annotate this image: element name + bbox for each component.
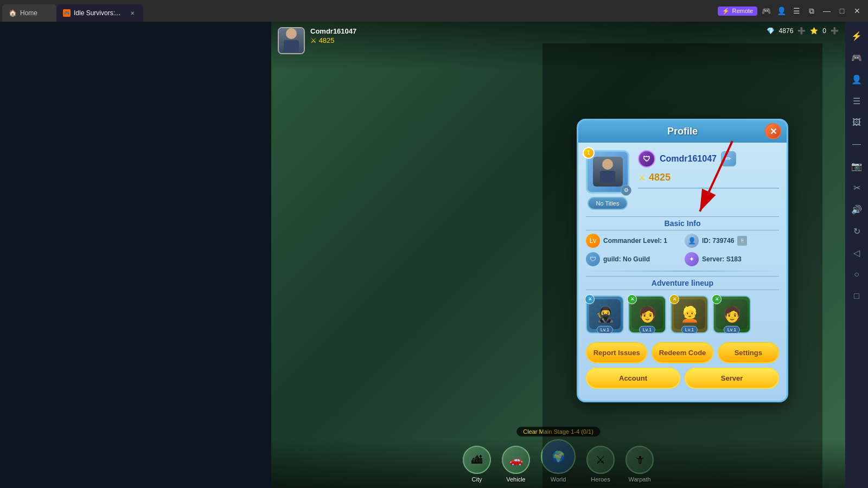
avatar-level-badge: 1 — [583, 147, 595, 159]
modal-close-button[interactable]: ✕ — [765, 123, 781, 139]
browser-controls: ⚡ Remote 🎮 👤 ☰ ⧉ — □ ✕ — [718, 4, 868, 17]
city-icon: 🏙 — [463, 446, 491, 474]
server-icon: ✦ — [685, 252, 699, 266]
power-row: ⚔ 4825 — [638, 172, 779, 189]
nav-item-city[interactable]: 🏙 City — [463, 446, 491, 483]
no-titles-button[interactable]: No Titles — [588, 197, 628, 210]
sidebar-volume-icon[interactable]: 🔊 — [847, 200, 866, 219]
add-currency2-btn[interactable]: ➕ — [831, 27, 839, 35]
redeem-code-button[interactable]: Redeem Code — [652, 342, 713, 363]
player-info-header: Comdr161047 ⚔ 4825 — [310, 27, 356, 44]
hero2-type-badge: ⚔ — [627, 294, 637, 304]
action-buttons-row-1: Report Issues Redeem Code Settings — [586, 342, 779, 363]
level-icon: Lv — [586, 234, 600, 248]
avatar-frame: 1 ⚙ — [586, 150, 629, 194]
hero4-type-badge: ⚔ — [712, 294, 722, 304]
hero3-level: Lv.1 — [681, 326, 698, 333]
gamepad-icon-btn[interactable]: 🎮 — [760, 4, 773, 17]
sidebar-rotate-icon[interactable]: ↻ — [847, 221, 866, 241]
sidebar-gamepad-icon[interactable]: 🎮 — [847, 48, 866, 67]
adventure-header: Adventure lineup — [586, 276, 779, 290]
game-area: Comdr161047 ⚔ 4825 💎 4876 ➕ ⭐ 0 ➕ Clear … — [271, 22, 845, 488]
user-icon-btn[interactable]: 👤 — [775, 4, 788, 17]
home-favicon: 🏠 — [9, 9, 17, 17]
avatar-settings-icon[interactable]: ⚙ — [621, 185, 631, 196]
header-power-value: 4825 — [319, 36, 335, 44]
info-id: 👤 ID: 739746 ⎘ — [685, 234, 779, 248]
modal-overlay: Profile ✕ — [542, 43, 822, 488]
player-avatar-small[interactable] — [278, 27, 305, 54]
copy-id-button[interactable]: ⎘ — [737, 236, 747, 246]
lightning-icon: ⚡ — [722, 8, 730, 15]
id-text: ID: 739746 — [702, 237, 734, 245]
hero3-type-badge: ⚔ — [669, 294, 679, 304]
figure-head — [286, 28, 297, 39]
sidebar-back-icon[interactable]: ◁ — [847, 243, 866, 262]
sidebar-minus-icon[interactable]: — — [847, 134, 866, 154]
divider-1 — [586, 271, 779, 272]
hero-card-3[interactable]: ⚔ 👱 Lv.1 — [671, 296, 709, 333]
header-power: ⚔ 4825 — [310, 36, 356, 44]
tab-game[interactable]: 🎮 Idle Survivors:... ✕ — [56, 4, 143, 22]
hero1-type-badge: ⚔ — [585, 294, 595, 304]
avatar-main-figure — [593, 157, 623, 187]
settings-button[interactable]: Settings — [718, 342, 779, 363]
modal-body: 1 ⚙ No Titles 🛡 Comdr161047 — [578, 143, 787, 401]
sidebar-cut-icon[interactable]: ✂ — [847, 178, 866, 197]
vehicle-icon: 🚗 — [502, 446, 530, 474]
sidebar-square-icon[interactable]: □ — [847, 286, 866, 306]
edit-name-button[interactable]: ✏ — [721, 151, 736, 166]
close-btn[interactable]: ✕ — [851, 4, 864, 17]
player-username: Comdr161047 — [660, 154, 717, 164]
browser-chrome: 🏠 Home 🎮 Idle Survivors:... ✕ ⚡ Remote 🎮… — [0, 0, 868, 22]
rank-icon: 🛡 — [643, 155, 650, 163]
game-favicon: 🎮 — [63, 9, 71, 17]
sidebar-person-icon[interactable]: 👤 — [847, 69, 866, 89]
name-row: 🛡 Comdr161047 ✏ — [638, 150, 779, 168]
nav-item-vehicle[interactable]: 🚗 Vehicle — [502, 446, 530, 483]
power-value: 4825 — [649, 172, 671, 183]
minimize-btn[interactable]: — — [820, 4, 833, 17]
modal-title-bar: Profile ✕ — [578, 120, 787, 143]
hero1-image: 🥷 — [589, 299, 621, 329]
hero-card-4[interactable]: ⚔ 🧑 Lv.1 — [713, 296, 751, 333]
sidebar-lightning-icon[interactable]: ⚡ — [847, 26, 866, 46]
account-button[interactable]: Account — [586, 368, 680, 389]
sidebar-circle-icon[interactable]: ○ — [847, 265, 866, 284]
hero4-image: 🧑 — [716, 299, 748, 329]
hero-card-1[interactable]: ⚔ 🥷 Lv.1 — [586, 296, 624, 333]
guild-icon: 🛡 — [586, 252, 600, 266]
tab-close-btn[interactable]: ✕ — [128, 9, 137, 17]
id-icon: 👤 — [685, 234, 699, 248]
add-currency1-btn[interactable]: ➕ — [797, 27, 806, 35]
player-name-section: 🛡 Comdr161047 ✏ ⚔ 4825 — [638, 150, 779, 189]
avatar-figure — [279, 27, 304, 54]
left-area — [0, 22, 271, 488]
menu-btn[interactable]: ☰ — [790, 4, 803, 17]
avatar-head — [602, 159, 613, 170]
window-resize-btn[interactable]: ⧉ — [805, 4, 818, 17]
info-guild: 🛡 guild: No Guild — [586, 252, 680, 266]
commander-level-text: Commander Level: 1 — [603, 237, 667, 245]
sidebar-menu-icon[interactable]: ☰ — [847, 91, 866, 111]
server-button[interactable]: Server — [685, 368, 779, 389]
tab-home[interactable]: 🏠 Home — [2, 4, 56, 22]
hero-lineup: ⚔ 🥷 Lv.1 ⚔ 🧑 Lv.1 ⚔ 👱 Lv.1 — [586, 293, 779, 336]
report-issues-button[interactable]: Report Issues — [586, 342, 647, 363]
remote-badge[interactable]: ⚡ Remote — [718, 7, 757, 16]
vehicle-label: Vehicle — [506, 476, 525, 483]
currency-bar: 💎 4876 ➕ ⭐ 0 ➕ — [767, 27, 839, 35]
rank-badge: 🛡 — [638, 150, 655, 168]
info-server: ✦ Server: S183 — [685, 252, 779, 266]
currency2-value: 0 — [822, 27, 826, 35]
restore-btn[interactable]: □ — [835, 4, 848, 17]
basic-info-header: Basic Info — [586, 216, 779, 230]
game-tab-label: Idle Survivors:... — [74, 9, 120, 17]
hero-card-2[interactable]: ⚔ 🧑 Lv.1 — [628, 296, 666, 333]
basic-info-grid: Lv Commander Level: 1 👤 ID: 739746 ⎘ 🛡 g… — [586, 234, 779, 266]
power-icon: ⚔ — [638, 172, 646, 183]
sidebar-camera-icon[interactable]: 📷 — [847, 156, 866, 176]
hero3-image: 👱 — [674, 299, 705, 329]
currency1-value: 4876 — [779, 27, 794, 35]
sidebar-image-icon[interactable]: 🖼 — [847, 113, 866, 132]
